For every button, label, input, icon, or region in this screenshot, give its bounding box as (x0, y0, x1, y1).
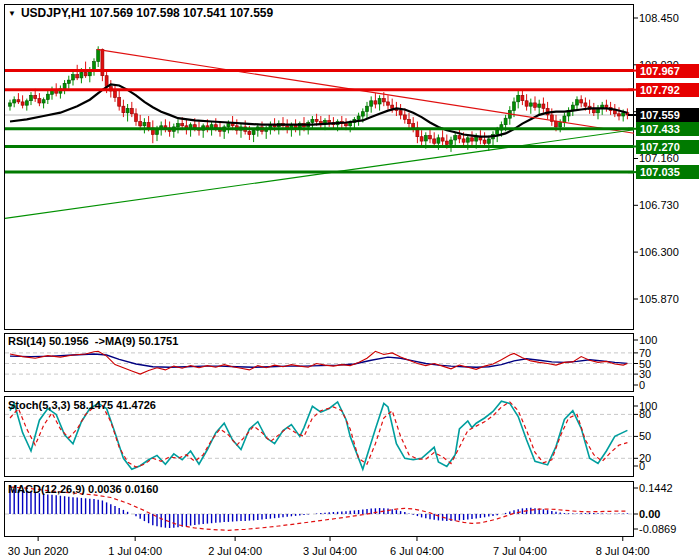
candle-body (139, 122, 142, 126)
candle-body (42, 100, 45, 103)
candle-body (30, 95, 33, 100)
stoch-axis-label: 80 (639, 408, 651, 420)
candle-body (399, 111, 402, 115)
candle-body (366, 106, 369, 111)
chart-window: ▼USDJPY,H1 107.569 107.598 107.541 107.5… (0, 0, 700, 560)
candle-body (315, 119, 318, 121)
candle-body (576, 100, 579, 105)
candle-body (496, 130, 499, 134)
candle-body (559, 123, 562, 127)
stoch-plot[interactable] (5, 401, 634, 469)
candle-body (483, 140, 486, 143)
price-level-chip: 107.967 (636, 64, 699, 78)
candle-body (357, 116, 360, 119)
candle-body (9, 103, 12, 106)
candle-body (361, 112, 364, 116)
stoch-axis-label: 50 (639, 430, 651, 442)
candle-body (454, 136, 457, 140)
price-tick-label: 107.160 (639, 152, 679, 164)
macd-axis-label: 0.1442 (639, 482, 673, 494)
candle-body (328, 120, 331, 122)
candle-body (521, 95, 524, 100)
candle-body (622, 113, 625, 116)
chart-canvas[interactable] (0, 0, 700, 560)
candle-body (458, 136, 461, 139)
time-axis-label: 30 Jun 2020 (8, 545, 69, 557)
candle-body (542, 104, 545, 108)
symbol-dropdown-icon: ▼ (8, 9, 16, 18)
ohlc-quote: 107.569 107.598 107.541 107.559 (90, 6, 274, 20)
candle-body (466, 138, 469, 142)
candle-body (84, 73, 87, 76)
candle-body (538, 104, 541, 107)
candle-body (517, 95, 520, 102)
rsi-axis-label: 100 (639, 334, 657, 346)
candle-body (441, 138, 444, 141)
candle-body (370, 101, 373, 106)
main-plot[interactable] (5, 46, 635, 218)
price-tick-label: 106.300 (639, 246, 679, 258)
candle-body (613, 111, 616, 114)
candle-body (584, 103, 587, 106)
candle-body (143, 123, 146, 126)
candle-body (437, 138, 440, 143)
candle-body (25, 101, 28, 105)
candle-body (311, 119, 314, 122)
candle-body (177, 124, 180, 127)
time-axis-label: 7 Jul 04:00 (493, 545, 547, 557)
time-axis-label: 2 Jul 04:00 (208, 545, 262, 557)
price-level-chip: 107.433 (636, 122, 699, 136)
candle-body (46, 94, 49, 99)
candle-body (13, 100, 16, 103)
candle-body (345, 124, 348, 126)
candle-body (433, 139, 436, 143)
candle-body (391, 105, 394, 108)
chart-legend: ▼USDJPY,H1 107.569 107.598 107.541 107.5… (8, 6, 273, 20)
stoch-main-line (10, 401, 627, 469)
candle-body (378, 99, 381, 104)
candle-body (63, 83, 66, 88)
candle-body (605, 105, 608, 107)
candle-body (462, 139, 465, 142)
candle-body (525, 101, 528, 106)
price-tick-label: 105.870 (639, 293, 679, 305)
candle-body (126, 108, 129, 112)
candle-body (227, 124, 230, 127)
macd-axis-label: 0.00 (639, 508, 660, 520)
price-tick-label: 106.730 (639, 199, 679, 211)
macd-label: MACD(12,26,9) 0.0036 0.0160 (8, 483, 158, 495)
candle-body (76, 75, 79, 78)
price-tick-label: 108.450 (639, 12, 679, 24)
candle-body (72, 75, 75, 80)
candle-body (580, 100, 583, 103)
candle-body (450, 140, 453, 144)
candle-body (374, 101, 377, 104)
candle-body (181, 124, 184, 126)
stoch-label: Stoch(5,3,3) 58.1475 41.4726 (8, 399, 156, 411)
candle-body (114, 91, 117, 98)
price-level-chip: 107.035 (636, 165, 699, 179)
candle-body (105, 76, 108, 87)
candle-body (135, 114, 138, 122)
candle-body (563, 116, 566, 123)
time-axis-label: 1 Jul 04:00 (108, 545, 162, 557)
candle-body (504, 118, 507, 125)
time-axis-label: 8 Jul 04:00 (596, 545, 650, 557)
candle-body (555, 122, 558, 127)
rsi-axis-label: 0 (639, 379, 645, 391)
candle-body (21, 102, 24, 105)
rsi-plot[interactable] (5, 351, 634, 374)
candle-body (80, 73, 83, 78)
current-price-chip: 107.559 (636, 108, 699, 122)
candle-body (34, 95, 37, 98)
candle-body (67, 80, 70, 83)
price-level-chip: 107.270 (636, 140, 699, 154)
macd-axis-label: -0.0869 (639, 523, 676, 535)
candle-body (403, 115, 406, 119)
candle-body (534, 103, 537, 107)
time-axis-label: 6 Jul 04:00 (390, 545, 444, 557)
candle-body (97, 50, 100, 62)
candle-body (429, 136, 432, 139)
candle-body (471, 138, 474, 141)
candle-body (252, 130, 255, 134)
